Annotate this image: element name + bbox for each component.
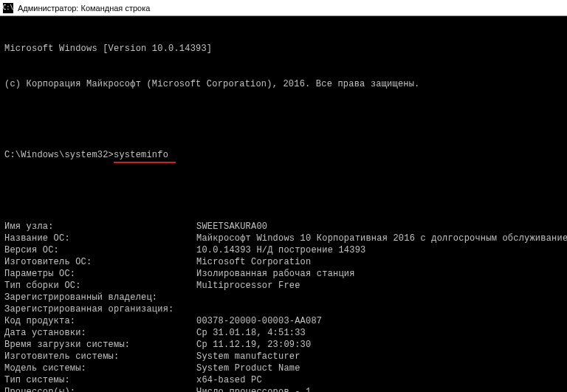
info-label: Зарегистрированная организация:	[4, 303, 196, 315]
info-row: Параметры ОС:Изолированная рабочая станц…	[4, 268, 563, 280]
info-value: Ср 11.12.19, 23:09:30	[196, 340, 311, 350]
info-value: Microsoft Corporation	[196, 257, 311, 267]
info-value: 10.0.14393 Н/Д построение 14393	[196, 245, 365, 255]
info-label: Название ОС:	[4, 233, 196, 244]
command-text: systeminfo	[114, 149, 168, 161]
info-value: System manufacturer	[196, 351, 300, 362]
info-value: SWEETSAKURA00	[196, 221, 267, 232]
info-row: Тип сборки ОС:Multiprocessor Free	[4, 280, 563, 292]
info-row: Зарегистрированный владелец:	[4, 292, 563, 303]
info-value: 00378-20000-00003-AA087	[196, 316, 322, 326]
info-row: Изготовитель системы:System manufacturer	[4, 351, 563, 362]
terminal-output: Microsoft Windows [Version 10.0.14393] (…	[0, 16, 567, 392]
info-label: Процессор(ы):	[4, 386, 196, 392]
info-row: Процессор(ы):Число процессоров - 1.	[4, 386, 563, 392]
info-row: Версия ОС:10.0.14393 Н/Д построение 1439…	[4, 244, 563, 256]
info-label: Модель системы:	[4, 362, 196, 374]
info-label: Зарегистрированный владелец:	[4, 292, 196, 303]
info-label: Имя узла:	[4, 221, 196, 233]
info-value: Майкрософт Windows 10 Корпоративная 2016…	[196, 233, 567, 244]
info-value: Ср 31.01.18, 4:51:33	[196, 328, 306, 338]
info-row: Дата установки:Ср 31.01.18, 4:51:33	[4, 327, 563, 339]
window-titlebar[interactable]: C:\ Администратор: Командная строка	[0, 0, 567, 16]
info-row: Тип системы:x64-based PC	[4, 374, 563, 386]
info-label: Версия ОС:	[4, 244, 196, 256]
info-value: System Product Name	[196, 363, 300, 374]
info-row: Название ОС:Майкрософт Windows 10 Корпор…	[4, 233, 563, 244]
info-label: Время загрузки системы:	[4, 339, 196, 351]
info-label: Изготовитель ОС:	[4, 256, 196, 268]
info-label: Код продукта:	[4, 315, 196, 327]
info-row: Время загрузки системы:Ср 11.12.19, 23:0…	[4, 339, 563, 351]
info-row: Имя узла:SWEETSAKURA00	[4, 221, 563, 233]
prompt-line: C:\Windows\system32>systeminfo	[4, 149, 563, 161]
prompt-path: C:\Windows\system32>	[4, 150, 114, 160]
info-value: Multiprocessor Free	[196, 281, 300, 291]
info-row: Код продукта:00378-20000-00003-AA087	[4, 315, 563, 327]
info-value: Число процессоров - 1.	[196, 387, 317, 392]
info-value: x64-based PC	[196, 375, 262, 385]
info-row: Изготовитель ОС:Microsoft Corporation	[4, 256, 563, 268]
info-row: Модель системы:System Product Name	[4, 362, 563, 374]
header-line-2: (c) Корпорация Майкрософт (Microsoft Cor…	[4, 78, 563, 90]
info-label: Дата установки:	[4, 327, 196, 339]
window-title: Администратор: Командная строка	[18, 4, 150, 13]
info-label: Параметры ОС:	[4, 268, 196, 280]
info-label: Тип сборки ОС:	[4, 280, 196, 292]
info-label: Тип системы:	[4, 374, 196, 386]
info-row: Зарегистрированная организация:	[4, 303, 563, 315]
cmd-icon: C:\	[3, 3, 13, 13]
info-label: Изготовитель системы:	[4, 351, 196, 362]
info-value: Изолированная рабочая станция	[196, 269, 355, 279]
header-line-1: Microsoft Windows [Version 10.0.14393]	[4, 43, 563, 55]
